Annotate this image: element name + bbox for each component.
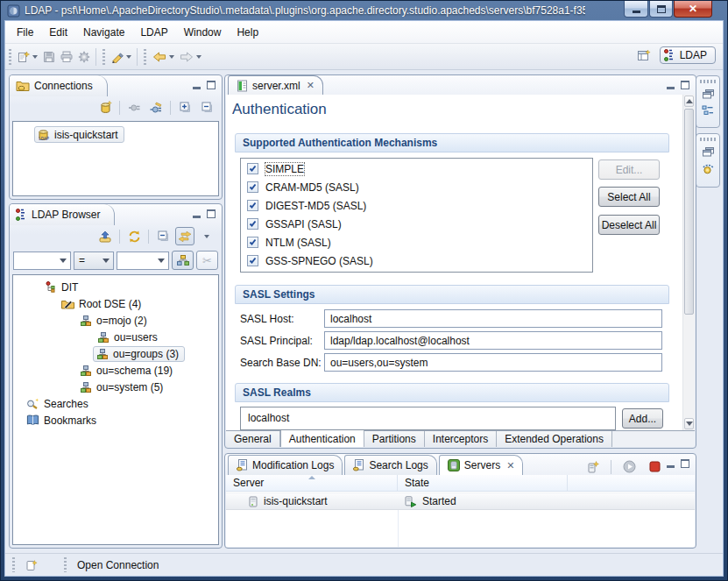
edit-button[interactable]: Edit... xyxy=(598,159,660,180)
editor-scrollbar[interactable] xyxy=(682,95,695,430)
menu-navigate[interactable]: Navigate xyxy=(75,23,132,42)
minimize-button[interactable] xyxy=(624,1,648,18)
mechanism-row[interactable]: DIGEST-MD5 (SASL) xyxy=(241,197,592,214)
disconnect-button[interactable] xyxy=(146,98,166,117)
connection-item[interactable]: LDAP isis-quickstart xyxy=(34,126,218,143)
search-base-dn-field[interactable] xyxy=(324,353,662,372)
toolbar-grip[interactable] xyxy=(102,49,105,65)
sasl-host-field[interactable] xyxy=(324,309,662,328)
progress-view-button[interactable] xyxy=(702,163,714,174)
sasl-realm-item[interactable]: localhost xyxy=(248,412,289,424)
tab-general[interactable]: General xyxy=(226,431,280,447)
checkbox-checked[interactable] xyxy=(247,218,258,230)
checkbox-checked[interactable] xyxy=(247,181,258,193)
tree-item-o-mojo[interactable]: o=mojo (2) xyxy=(13,312,218,329)
maximize-view-icon[interactable] xyxy=(681,81,689,89)
select-all-button[interactable]: Select All xyxy=(598,187,660,207)
mechanism-row[interactable]: SIMPLE xyxy=(241,160,592,177)
fast-view-toggle-button[interactable] xyxy=(25,559,38,571)
restore-view-button[interactable] xyxy=(703,89,714,99)
scroll-down-button[interactable] xyxy=(684,418,694,429)
maximize-view-icon[interactable] xyxy=(681,459,689,468)
scrollbar-thumb[interactable] xyxy=(684,109,694,315)
toolbar-grip[interactable] xyxy=(144,49,146,65)
tab-modification-logs[interactable]: Modification Logs xyxy=(228,455,343,475)
back-button[interactable] xyxy=(150,50,177,64)
tree-item-ou-groups[interactable]: ou=groups (3) xyxy=(13,345,218,362)
expand-all-button[interactable] xyxy=(175,98,194,117)
refresh-button[interactable] xyxy=(124,227,144,245)
menu-window[interactable]: Window xyxy=(176,23,230,42)
column-header-state[interactable]: State xyxy=(398,475,568,491)
quick-search-filter-button[interactable]: ✂ xyxy=(196,251,218,270)
tree-item-searches[interactable]: Searches xyxy=(13,395,218,412)
tree-item-ou-schema[interactable]: ou=schema (19) xyxy=(13,362,218,379)
checkbox-checked[interactable] xyxy=(247,237,258,248)
drag-handle[interactable] xyxy=(700,80,716,83)
menu-edit[interactable]: Edit xyxy=(41,23,75,42)
sasl-settings-section-header[interactable]: SASL Settings xyxy=(235,285,669,304)
quick-search-attribute-combo[interactable] xyxy=(13,252,71,270)
sasl-realms-list[interactable]: localhost xyxy=(240,407,616,430)
minimize-view-icon[interactable] xyxy=(193,87,201,89)
tree-item-ou-system[interactable]: ou=system (5) xyxy=(13,379,218,395)
quick-search-run-button[interactable] xyxy=(172,251,194,270)
tree-item-dit[interactable]: DIT xyxy=(13,279,218,295)
run-server-button[interactable] xyxy=(619,457,639,476)
add-realm-button[interactable]: Add... xyxy=(622,408,663,429)
mechanism-row[interactable]: NTLM (SASL) xyxy=(241,234,592,251)
checkbox-checked[interactable] xyxy=(247,255,258,266)
minimize-view-icon[interactable] xyxy=(193,216,201,218)
new-connection-button[interactable] xyxy=(95,98,115,117)
maximize-view-icon[interactable] xyxy=(207,81,216,89)
menu-ldap[interactable]: LDAP xyxy=(132,23,175,42)
column-header-server[interactable]: Server xyxy=(226,475,398,491)
drag-handle[interactable] xyxy=(700,138,716,141)
status-grip[interactable] xyxy=(12,557,15,572)
tree-item-root-dse[interactable]: Root DSE (4) xyxy=(13,295,218,312)
outline-view-button[interactable] xyxy=(702,105,714,116)
search-button[interactable] xyxy=(109,49,134,65)
up-one-level-button[interactable] xyxy=(95,227,115,245)
stop-server-button[interactable] xyxy=(645,457,664,476)
forward-button[interactable] xyxy=(177,50,204,64)
tab-partitions[interactable]: Partitions xyxy=(364,431,425,447)
close-icon[interactable]: ✕ xyxy=(506,460,514,471)
quick-search-operator-combo[interactable]: = xyxy=(74,252,114,270)
scroll-up-button[interactable] xyxy=(684,96,694,107)
title-bar[interactable]: LDAP - psf\Home\.ApacheDirectoryStudio\.… xyxy=(1,1,727,20)
server-row[interactable]: isis-quickstart Started xyxy=(226,492,695,510)
collapse-all-button[interactable] xyxy=(197,98,216,117)
mechanism-row[interactable]: GSSAPI (SASL) xyxy=(241,216,592,232)
connect-button[interactable] xyxy=(124,98,144,117)
save-button[interactable] xyxy=(40,49,58,65)
collapse-all-button[interactable] xyxy=(153,227,173,245)
tab-authentication[interactable]: Authentication xyxy=(280,430,364,447)
checkbox-checked[interactable] xyxy=(247,200,258,211)
tab-extended-operations[interactable]: Extended Operations xyxy=(497,431,612,447)
ldap-browser-view-tab[interactable]: LDAP Browser xyxy=(10,204,115,225)
sasl-principal-field[interactable] xyxy=(324,331,662,350)
sasl-realms-section-header[interactable]: SASL Realms xyxy=(235,383,669,402)
menu-help[interactable]: Help xyxy=(229,23,266,42)
tab-servers[interactable]: Servers ✕ xyxy=(439,455,524,475)
quick-search-value-combo[interactable] xyxy=(117,252,169,270)
toolbar-grip[interactable] xyxy=(9,49,11,65)
close-button[interactable]: ✕ xyxy=(674,1,712,18)
status-grip[interactable] xyxy=(64,557,67,572)
minimize-view-icon[interactable] xyxy=(667,87,675,89)
mechanisms-section-header[interactable]: Supported Authentication Mechanisms xyxy=(235,133,669,152)
checkbox-checked[interactable] xyxy=(247,163,258,174)
mechanism-row[interactable]: CRAM-MD5 (SASL) xyxy=(241,179,592,195)
mechanism-row[interactable]: GSS-SPNEGO (SASL) xyxy=(241,252,592,269)
new-wizard-button[interactable] xyxy=(15,49,40,65)
print-button[interactable] xyxy=(58,49,75,64)
minimize-view-icon[interactable] xyxy=(667,465,675,468)
maximize-button[interactable] xyxy=(649,1,673,18)
tree-item-ou-users[interactable]: ou=users xyxy=(13,329,218,345)
tree-item-bookmarks[interactable]: Bookmarks xyxy=(13,412,218,429)
maximize-view-icon[interactable] xyxy=(207,209,216,218)
view-menu-button[interactable] xyxy=(197,227,216,245)
new-server-button[interactable] xyxy=(583,457,603,476)
tab-search-logs[interactable]: Search Logs xyxy=(344,455,436,475)
